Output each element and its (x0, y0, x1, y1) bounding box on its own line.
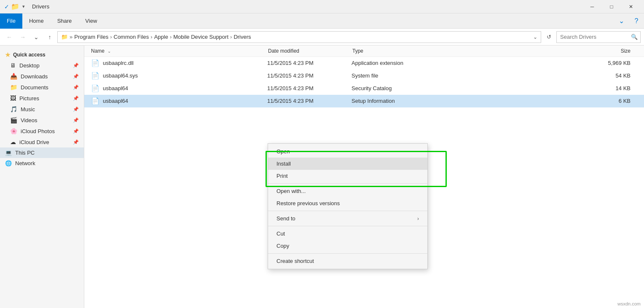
separator-4 (268, 253, 427, 254)
context-copy[interactable]: Copy (268, 240, 427, 252)
context-menu: Open Install Print Open with... Restore … (268, 143, 428, 269)
submenu-arrow: › (417, 216, 419, 222)
context-cut[interactable]: Cut (268, 228, 427, 240)
context-open[interactable]: Open (268, 145, 427, 158)
context-create-shortcut[interactable]: Create shortcut (268, 255, 427, 267)
context-print[interactable]: Print (268, 170, 427, 182)
context-send-to[interactable]: Send to › (268, 212, 427, 225)
separator-2 (268, 211, 427, 211)
separator-3 (268, 226, 427, 226)
separator-1 (268, 183, 427, 184)
context-menu-overlay[interactable]: Open Install Print Open with... Restore … (0, 0, 644, 308)
context-open-with[interactable]: Open with... (268, 185, 427, 197)
context-install[interactable]: Install (268, 158, 427, 170)
context-restore-versions[interactable]: Restore previous versions (268, 197, 427, 209)
